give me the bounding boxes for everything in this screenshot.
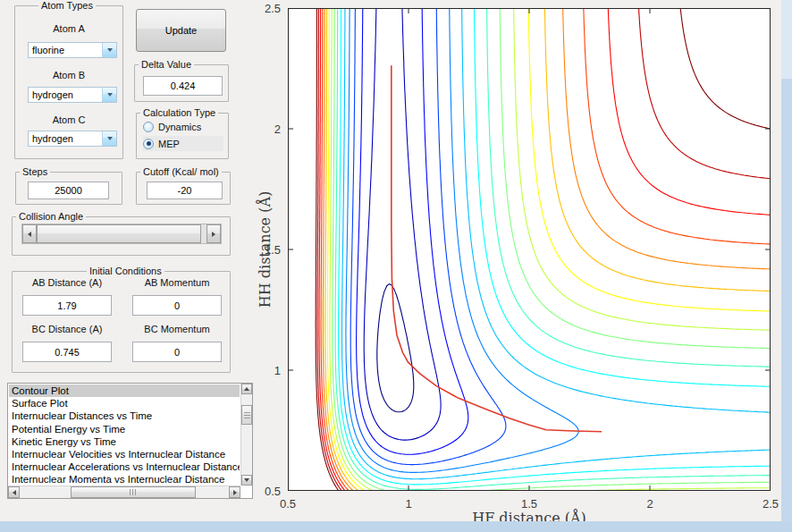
cutoff-field[interactable]: -20: [147, 182, 223, 199]
ab-distance-label: AB Distance (A): [22, 277, 112, 288]
list-item-surface-plot[interactable]: Surface Plot: [9, 397, 240, 410]
bc-momentum-label: BC Momentum: [132, 324, 222, 334]
contour-level-line: [319, 8, 771, 491]
atom-a-dropdown-button[interactable]: [102, 43, 116, 57]
atom-b-dropdown-button[interactable]: [102, 88, 116, 102]
y-axis-label: HH distance (Å): [257, 191, 274, 308]
horizontal-scroll-thumb[interactable]: [71, 486, 196, 498]
list-item-internuclear-momenta[interactable]: Internuclear Momenta vs Internuclear Dis…: [9, 473, 240, 485]
slider-thumb[interactable]: [37, 224, 201, 243]
y-tick-label: 1: [240, 364, 281, 377]
chevron-down-icon: [107, 48, 113, 52]
contour-plot: [288, 8, 771, 491]
contour-level-line: [339, 8, 771, 485]
vertical-scroll-thumb[interactable]: [241, 405, 252, 425]
radio-dynamics-icon: [143, 122, 154, 132]
x-tick-label: 1.5: [521, 497, 537, 511]
update-button[interactable]: Update: [136, 9, 226, 52]
radio-mep-label: MEP: [158, 139, 180, 149]
atom-a-dropdown[interactable]: fluorine: [28, 42, 117, 58]
cutoff-label: Cutoff (Kcal/ mol): [140, 166, 222, 178]
plot-type-listbox[interactable]: Contour Plot Surface Plot Internuclear D…: [7, 383, 253, 499]
y-tick-label: 0.5: [240, 485, 281, 498]
contour-plot-canvas: [288, 8, 771, 491]
list-item-internuclear-velocities[interactable]: Internuclear Velocities vs Internuclear …: [9, 448, 240, 460]
scroll-left-button[interactable]: [8, 486, 20, 498]
delta-value-field[interactable]: 0.424: [143, 76, 223, 96]
contour-level-line: [357, 8, 468, 454]
contour-level-line: [333, 8, 771, 491]
collision-angle-slider[interactable]: [21, 224, 222, 244]
plot-type-list: Contour Plot Surface Plot Internuclear D…: [9, 384, 240, 485]
window-border-right-highlight: [781, 0, 792, 79]
contour-level-line: [330, 8, 771, 491]
list-item-internuclear-accelerations[interactable]: Internuclear Accelerations vs Internucle…: [9, 460, 240, 473]
arrow-up-icon: [244, 387, 249, 391]
atom-c-value: hydrogen: [29, 133, 102, 144]
contour-level-line: [342, 8, 771, 479]
ab-distance-field[interactable]: 1.79: [22, 295, 112, 316]
list-item-potential-energy[interactable]: Potential Energy vs Time: [9, 423, 240, 435]
chevron-down-icon: [107, 137, 113, 140]
calculation-type-label: Calculation Type: [140, 107, 218, 119]
radio-mep-icon: [143, 139, 154, 149]
delta-value-label: Delta Value: [139, 59, 194, 71]
x-tick-label: 1: [405, 497, 411, 511]
chevron-down-icon: [107, 93, 113, 97]
steps-field[interactable]: 25000: [28, 182, 109, 199]
radio-dynamics[interactable]: Dynamics: [143, 119, 223, 134]
arrow-right-icon: [212, 232, 215, 237]
contour-level-line: [377, 284, 414, 412]
list-item-internuclear-distances[interactable]: Internuclear Distances vs Time: [9, 410, 240, 422]
contour-level-line: [317, 8, 771, 491]
window-border-right: [781, 0, 792, 532]
app-window: Atom Types Atom A fluorine Atom B hydrog…: [0, 0, 792, 532]
thumb-grip-icon: [244, 411, 250, 418]
x-tick-label: 2: [646, 497, 653, 511]
y-tick-label: 2: [240, 122, 281, 136]
slider-right-arrow-button[interactable]: [206, 224, 221, 243]
atom-c-label: Atom C: [14, 114, 123, 125]
y-tick-label: 2.5: [240, 2, 281, 15]
contour-level-line: [321, 8, 771, 491]
atom-a-value: fluorine: [29, 45, 102, 55]
contour-level-line: [335, 8, 771, 489]
ab-momentum-label: AB Momentum: [132, 277, 222, 288]
initial-conditions-label: Initial Conditions: [87, 266, 164, 277]
radio-mep[interactable]: MEP: [143, 136, 223, 151]
arrow-right-icon: [233, 490, 237, 495]
atom-a-label: Atom A: [14, 23, 123, 34]
contour-level-line: [350, 8, 506, 465]
collision-angle-label: Collision Angle: [16, 211, 86, 223]
mep-trajectory-line: [392, 65, 602, 432]
listbox-horizontal-scrollbar[interactable]: [8, 486, 240, 498]
contour-level-line: [346, 8, 578, 472]
list-item-contour-plot[interactable]: Contour Plot: [9, 384, 240, 397]
bc-momentum-field[interactable]: 0: [132, 342, 222, 362]
window-border-bottom: [0, 521, 792, 532]
slider-left-arrow-button[interactable]: [22, 224, 37, 243]
scroll-up-button[interactable]: [241, 384, 252, 394]
arrow-left-icon: [28, 232, 31, 237]
arrow-down-icon: [244, 478, 249, 482]
contour-level-line: [316, 8, 771, 491]
steps-label: Steps: [20, 166, 50, 178]
contour-level-line: [327, 8, 771, 491]
atom-b-value: hydrogen: [29, 89, 102, 100]
x-tick-label: 0.5: [280, 497, 296, 511]
bc-distance-field[interactable]: 0.745: [22, 342, 112, 362]
atom-b-label: Atom B: [14, 70, 123, 80]
atom-b-dropdown[interactable]: hydrogen: [28, 87, 117, 103]
atom-c-dropdown[interactable]: hydrogen: [28, 131, 117, 147]
thumb-grip-icon: [130, 489, 137, 495]
atom-c-dropdown-button[interactable]: [102, 131, 116, 146]
atom-types-label: Atom Types: [38, 0, 96, 12]
arrow-left-icon: [13, 490, 16, 495]
bc-distance-label: BC Distance (A): [22, 324, 112, 334]
radio-dynamics-label: Dynamics: [158, 122, 201, 132]
list-item-kinetic-energy[interactable]: Kinetic Energy vs Time: [9, 435, 240, 448]
x-tick-label: 2.5: [763, 497, 779, 511]
listbox-vertical-scrollbar[interactable]: [240, 384, 252, 486]
ab-momentum-field[interactable]: 0: [132, 295, 222, 316]
